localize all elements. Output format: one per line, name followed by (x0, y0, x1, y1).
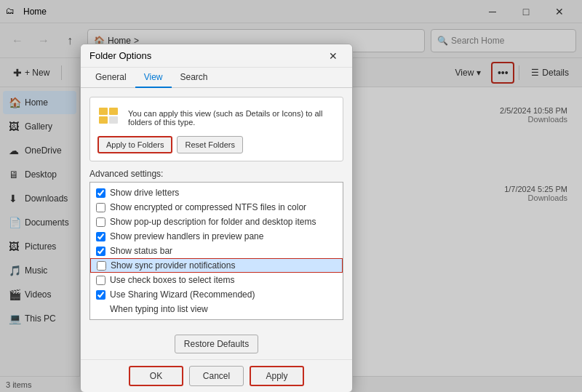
adv-auto-search-label: Automatically type into the Search Box (121, 319, 271, 320)
adv-status-bar: Show status bar (90, 244, 343, 258)
adv-preview-handlers-checkbox[interactable] (96, 232, 105, 241)
adv-check-boxes-checkbox[interactable] (96, 276, 105, 285)
adv-popup-desc-label: Show pop-up description for folder and d… (110, 217, 316, 227)
adv-popup-desc: Show pop-up description for folder and d… (90, 215, 343, 229)
adv-auto-search-radio[interactable] (108, 319, 117, 321)
folder-options-dialog: Folder Options ✕ General View Search You… (80, 44, 353, 392)
ok-button[interactable]: OK (129, 366, 183, 386)
svg-rect-9 (99, 108, 108, 115)
dialog-body: You can apply this view (such as Details… (81, 88, 352, 329)
adv-sharing-wizard-checkbox[interactable] (96, 290, 105, 300)
adv-preview-handlers-label: Show preview handlers in preview pane (110, 231, 263, 241)
adv-drive-letters-label: Show drive letters (110, 188, 179, 198)
adv-sharing-wizard: Use Sharing Wizard (Recommended) (90, 287, 343, 302)
adv-auto-search: Automatically type into the Search Box (90, 316, 343, 320)
dialog-title-bar: Folder Options ✕ (81, 44, 352, 68)
dialog-footer: Restore Defaults (81, 329, 352, 359)
adv-status-bar-checkbox[interactable] (96, 247, 105, 256)
adv-sharing-wizard-label: Use Sharing Wizard (Recommended) (110, 289, 255, 300)
adv-encrypted: Show encrypted or compressed NTFS files … (90, 200, 343, 215)
adv-typing-label: When typing into list view (110, 304, 208, 314)
svg-rect-11 (99, 116, 108, 124)
apply-button[interactable]: Apply (250, 366, 304, 386)
folder-views-buttons: Apply to Folders Reset Folders (97, 136, 335, 153)
advanced-settings-list[interactable]: Show drive letters Show encrypted or com… (89, 182, 343, 320)
adv-encrypted-checkbox[interactable] (96, 203, 105, 212)
svg-rect-10 (109, 108, 118, 115)
cancel-button[interactable]: Cancel (189, 366, 244, 386)
folder-views-description: You can apply this view (such as Details… (128, 109, 335, 127)
tab-search[interactable]: Search (172, 68, 217, 88)
tab-view[interactable]: View (135, 68, 172, 88)
adv-check-boxes: Use check boxes to select items (90, 273, 343, 287)
dialog-close-button[interactable]: ✕ (323, 46, 343, 66)
adv-typing-header: When typing into list view (90, 302, 343, 316)
folder-views-row: You can apply this view (such as Details… (97, 105, 335, 130)
folder-views-icon (97, 105, 121, 130)
advanced-settings-label: Advanced settings: (89, 169, 343, 179)
folder-views-section: You can apply this view (such as Details… (89, 97, 343, 161)
dialog-title: Folder Options (89, 50, 323, 61)
restore-defaults-button[interactable]: Restore Defaults (175, 335, 258, 353)
adv-sync-notifications-label: Show sync provider notifications (111, 260, 235, 271)
tab-general[interactable]: General (87, 68, 135, 88)
dialog-action-bar: OK Cancel Apply (81, 359, 352, 392)
adv-popup-desc-checkbox[interactable] (96, 217, 105, 227)
adv-check-boxes-label: Use check boxes to select items (110, 275, 234, 285)
svg-rect-12 (109, 116, 118, 124)
adv-status-bar-label: Show status bar (110, 246, 172, 256)
adv-drive-letters-checkbox[interactable] (96, 188, 105, 198)
adv-drive-letters: Show drive letters (90, 185, 343, 200)
dialog-tabs: General View Search (81, 68, 352, 88)
adv-sync-notifications: Show sync provider notifications (90, 258, 343, 273)
reset-folders-button[interactable]: Reset Folders (177, 136, 242, 153)
adv-preview-handlers: Show preview handlers in preview pane (90, 229, 343, 244)
adv-encrypted-label: Show encrypted or compressed NTFS files … (110, 202, 306, 212)
apply-to-folders-button[interactable]: Apply to Folders (97, 136, 172, 153)
adv-sync-notifications-checkbox[interactable] (97, 261, 106, 271)
